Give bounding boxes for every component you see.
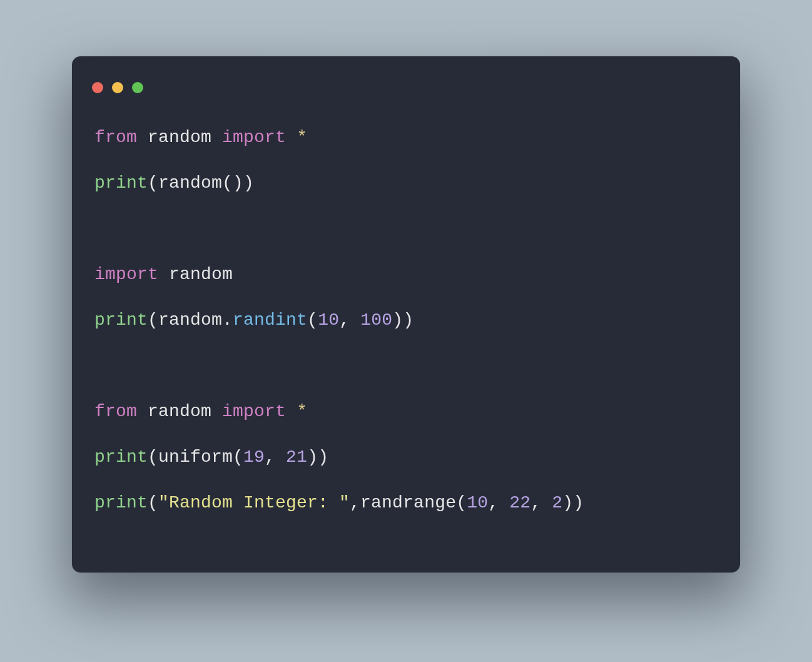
code-line: print(random.randint(10, 100)) [94,309,718,331]
code-token: )) [392,310,414,330]
code-token: , [530,493,552,512]
code-line: print("Random Integer: ",randrange(10, 2… [94,492,718,514]
code-token: 19 [243,447,265,467]
page-background: from random import *print(random()) impo… [0,0,812,662]
code-token: * [297,402,307,421]
code-line: import random [94,263,718,285]
code-line: from random import * [94,126,718,148]
code-token: ( [233,447,243,467]
code-token: print [94,447,148,467]
code-token: 10 [318,310,339,330]
code-token: )) [307,447,328,467]
code-blank-line [94,218,718,240]
code-blank-line [94,355,718,377]
code-token [137,402,148,421]
code-token: random [158,173,222,193]
code-token: random [158,310,222,330]
code-token: . [222,310,233,330]
code-token: from [94,128,137,147]
code-token: random [169,265,233,284]
code-token [286,402,297,421]
code-token: 100 [360,310,392,330]
code-token: random [148,402,211,421]
code-token [137,128,148,147]
code-token: , [488,493,509,512]
code-token [158,265,169,284]
code-token: randrange [360,493,456,512]
code-token: print [94,493,148,512]
code-token [211,128,222,147]
code-token: , [339,310,360,330]
code-token: import [222,128,286,147]
code-token: from [94,402,137,421]
code-token: ()) [222,173,254,193]
code-token: )) [562,493,584,512]
code-token: random [148,128,211,147]
traffic-light-minimize-icon[interactable] [112,82,123,93]
code-token: 10 [467,493,488,512]
code-token: randint [233,310,307,330]
code-token: , [265,447,286,467]
code-token: 22 [509,493,530,512]
code-token: ( [456,493,467,512]
code-token: ( [148,493,158,512]
traffic-light-close-icon[interactable] [92,82,103,93]
code-window: from random import *print(random()) impo… [72,56,740,573]
code-line: print(random()) [94,172,718,194]
code-token: print [94,173,148,193]
code-token: ( [307,310,318,330]
code-token: import [94,265,158,284]
code-token [286,128,297,147]
code-line: print(uniform(19, 21)) [94,446,718,468]
code-token: ( [148,447,158,467]
window-titlebar [72,76,740,104]
traffic-light-zoom-icon[interactable] [132,82,143,93]
code-token: ( [148,310,158,330]
code-token: 21 [286,447,307,467]
code-token [211,402,222,421]
code-token: , [350,493,360,512]
code-token: * [297,128,307,147]
code-token: uniform [158,447,233,467]
code-token: ( [148,173,158,193]
code-token: 2 [552,493,562,512]
code-block: from random import *print(random()) impo… [72,104,740,514]
code-line: from random import * [94,400,718,422]
code-token: "Random Integer: " [158,493,350,512]
code-token: print [94,310,148,330]
code-token: import [222,402,286,421]
